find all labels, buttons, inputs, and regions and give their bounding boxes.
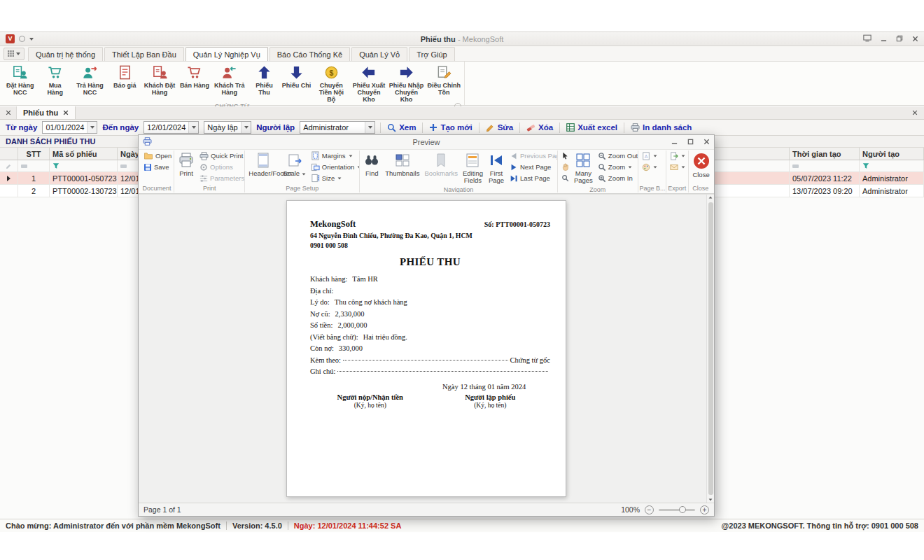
- quick-access-icon[interactable]: [19, 36, 25, 42]
- pointer-tool-button[interactable]: [559, 150, 571, 161]
- preview-close-button[interactable]: [704, 137, 710, 147]
- cell-code[interactable]: PTT00002-130723: [50, 185, 118, 197]
- thumbnails-button[interactable]: Thumbnails: [383, 150, 421, 178]
- print-button[interactable]: Print: [176, 150, 197, 178]
- print-list-button[interactable]: In danh sách: [629, 123, 693, 132]
- cell-created[interactable]: 13/07/2023 09:20: [790, 185, 860, 197]
- cell-creator[interactable]: Administrator: [860, 185, 924, 197]
- ribbon-item-phieu-thu[interactable]: Phiếu Thu: [248, 63, 281, 103]
- magnifier-tool-button[interactable]: [559, 173, 571, 183]
- tab-bao-cao-thong-ke[interactable]: Báo Cáo Thống Kê: [270, 47, 350, 61]
- zoom-out-minus-button[interactable]: −: [645, 505, 654, 514]
- preview-titlebar[interactable]: Preview: [139, 135, 714, 149]
- ribbon-menu-button[interactable]: [4, 48, 24, 60]
- quick-print-button[interactable]: Quick Print: [197, 150, 245, 161]
- from-date-input[interactable]: 01/01/2024: [42, 121, 97, 134]
- tab-tro-giup[interactable]: Trợ Giúp: [409, 47, 454, 61]
- cell-stt[interactable]: 2: [18, 185, 50, 197]
- tab-thiet-lap-ban-dau[interactable]: Thiết Lập Ban Đầu: [104, 47, 184, 61]
- close-tab-left-button[interactable]: [0, 106, 17, 119]
- parameters-button[interactable]: Parameters: [197, 173, 245, 183]
- edit-button[interactable]: Sửa: [484, 123, 514, 132]
- ribbon-item-phieu-nhap-chuyen-kho[interactable]: Phiếu Nhập Chuyển Kho: [388, 63, 426, 103]
- delete-button[interactable]: Xóa: [525, 123, 554, 132]
- zoom-slider-thumb[interactable]: [679, 506, 686, 513]
- zoom-button[interactable]: Zoom: [596, 162, 638, 172]
- scale-button[interactable]: Scale: [281, 150, 307, 178]
- ribbon-item-dieu-chinh-ton[interactable]: Điều Chỉnh Tồn: [425, 63, 463, 103]
- zoom-in-button[interactable]: Zoom In: [596, 173, 638, 183]
- first-page-button[interactable]: FirstPage: [486, 150, 507, 186]
- last-page-button[interactable]: Last Page: [507, 173, 558, 183]
- to-date-input[interactable]: 12/01/2024: [144, 121, 199, 134]
- filter-cell-code[interactable]: [50, 160, 118, 172]
- date-type-caret-icon[interactable]: [241, 122, 251, 133]
- close-button[interactable]: [912, 34, 918, 44]
- ribbon-item-khach-dat-hang[interactable]: Khách Đặt Hàng: [141, 63, 178, 103]
- filter-cell-stt[interactable]: [18, 160, 50, 172]
- ribbon-item-ban-hang[interactable]: Bán Hàng: [178, 63, 211, 103]
- tab-phieu-thu-document[interactable]: Phiếu thu: [17, 106, 76, 119]
- doc-tab-close-icon[interactable]: [63, 108, 69, 117]
- cell-created[interactable]: 05/07/2023 11:22: [790, 172, 860, 185]
- date-type-select[interactable]: Ngày lập: [204, 121, 251, 134]
- ribbon-item-bao-gia[interactable]: Báo giá: [108, 63, 141, 103]
- ribbon-item-mua-hang[interactable]: Mua Hàng: [39, 63, 71, 103]
- cell-creator[interactable]: Administrator: [860, 172, 924, 185]
- zoom-out-button[interactable]: Zoom Out: [596, 150, 638, 161]
- from-date-caret-icon[interactable]: [87, 122, 97, 133]
- minimize-button[interactable]: [881, 34, 887, 44]
- previous-page-button[interactable]: Previous Page: [507, 150, 558, 161]
- cell-stt[interactable]: 1: [18, 172, 50, 185]
- scrollbar-thumb[interactable]: [708, 202, 713, 495]
- cell-code[interactable]: PTT00001-050723: [50, 172, 118, 185]
- restore-button[interactable]: [896, 34, 903, 44]
- quick-access-caret-icon[interactable]: [29, 38, 34, 41]
- col-creator[interactable]: Người tạo: [860, 148, 924, 160]
- ribbon-item-dat-hang-ncc[interactable]: Đặt Hàng NCC: [1, 63, 39, 103]
- next-page-button[interactable]: Next Page: [507, 162, 558, 172]
- zoom-in-plus-button[interactable]: +: [700, 505, 709, 514]
- close-preview-button[interactable]: Close: [690, 150, 713, 180]
- filter-cell-creator[interactable]: [860, 160, 924, 172]
- col-created[interactable]: Thời gian tạo: [790, 148, 860, 160]
- editing-fields-button[interactable]: EditingFields: [461, 150, 485, 186]
- creator-caret-icon[interactable]: [365, 122, 374, 133]
- create-new-button[interactable]: Tạo mới: [428, 123, 473, 132]
- find-button[interactable]: Find: [361, 150, 382, 178]
- open-button[interactable]: Open: [141, 150, 174, 161]
- orientation-button[interactable]: Orientation: [309, 162, 360, 172]
- ribbon-item-phieu-chi[interactable]: Phiếu Chi: [281, 63, 313, 103]
- send-email-button[interactable]: [668, 162, 687, 172]
- ribbon-item-tra-hang-ncc[interactable]: Trả Hàng NCC: [71, 63, 109, 103]
- col-stt[interactable]: STT: [18, 148, 50, 160]
- save-button[interactable]: Save: [141, 162, 172, 172]
- size-button[interactable]: Size: [309, 173, 360, 183]
- tab-quan-tri-he-thong[interactable]: Quản trị hệ thống: [28, 47, 103, 61]
- page-color-button[interactable]: [640, 162, 659, 172]
- many-pages-button[interactable]: ManyPages: [572, 150, 595, 186]
- export-document-button[interactable]: [668, 150, 687, 161]
- preview-maximize-button[interactable]: [687, 137, 694, 147]
- col-code[interactable]: Mã số phiếu: [50, 148, 118, 160]
- header-footer-button[interactable]: Header/Footer: [246, 150, 280, 178]
- to-date-caret-icon[interactable]: [188, 122, 198, 133]
- close-tab-right-button[interactable]: [906, 106, 924, 119]
- zoom-slider[interactable]: [659, 509, 695, 511]
- ribbon-item-phieu-xuat-chuyen-kho[interactable]: Phiếu Xuất Chuyển Kho: [350, 63, 388, 103]
- tab-quan-ly-vo[interactable]: Quản Lý Vỏ: [351, 47, 407, 61]
- preview-minimize-button[interactable]: [671, 137, 678, 147]
- preview-vertical-scrollbar[interactable]: [706, 195, 714, 503]
- export-excel-button[interactable]: Xuất excel: [565, 123, 619, 132]
- filter-cell-created[interactable]: [790, 160, 860, 172]
- creator-select[interactable]: Administrator: [300, 121, 375, 134]
- fit-screen-icon[interactable]: [863, 34, 872, 44]
- tab-quan-ly-nghiep-vu[interactable]: Quản Lý Nghiệp Vụ: [186, 47, 268, 61]
- margins-button[interactable]: Margins: [309, 150, 360, 161]
- ribbon-item-khach-tra-hang[interactable]: Khách Trả Hàng: [211, 63, 248, 103]
- scroll-down-icon[interactable]: [709, 498, 713, 500]
- options-button[interactable]: Options: [197, 162, 245, 172]
- scroll-up-icon[interactable]: [709, 196, 713, 198]
- view-button[interactable]: Xem: [386, 123, 417, 132]
- watermark-button[interactable]: A: [640, 150, 659, 161]
